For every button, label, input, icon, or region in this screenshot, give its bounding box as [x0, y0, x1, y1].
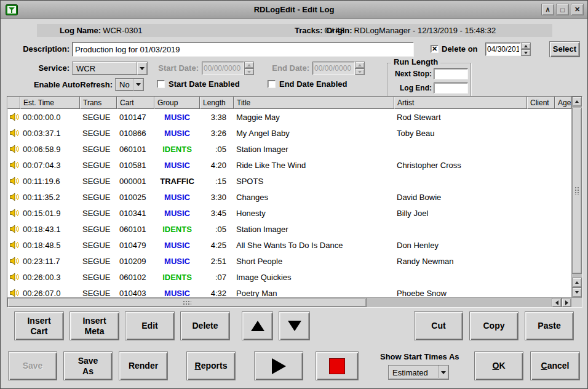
scroll-left-button[interactable]: [552, 298, 562, 307]
end-date-enabled-checkbox[interactable]: [268, 80, 276, 88]
log-table-row[interactable]: 00:23:11.7 SEGUE 010209 MUSIC 2:51 Short…: [7, 253, 571, 269]
insert-cart-button[interactable]: Insert Cart: [14, 311, 64, 340]
start-date-label: Start Date:: [142, 62, 199, 75]
move-up-button[interactable]: [242, 311, 273, 340]
start-date-enabled-checkbox[interactable]: [157, 80, 165, 88]
show-start-times-combo[interactable]: Estimated: [388, 365, 449, 380]
title-cell: Ride Like The Wind: [234, 157, 394, 173]
date-up-button[interactable]: [521, 42, 531, 49]
col-header-title[interactable]: Title: [234, 97, 394, 109]
col-header-age[interactable]: Age: [555, 97, 571, 109]
length-cell: 3:26: [200, 125, 234, 141]
scroll-down-button[interactable]: [572, 287, 582, 297]
artist-cell: [394, 269, 527, 285]
service-combo[interactable]: WCR: [72, 62, 148, 75]
scroll-up-button-bottom[interactable]: [572, 278, 582, 287]
scroll-right-button[interactable]: [562, 298, 571, 307]
paste-button[interactable]: Paste: [525, 311, 574, 340]
ok-button[interactable]: OK: [474, 351, 523, 380]
trans-cell: SEGUE: [80, 205, 117, 221]
log-table-row[interactable]: 00:15:01.9 SEGUE 010341 MUSIC 3:45 Hones…: [7, 205, 571, 221]
vertical-scroll-track[interactable]: [572, 106, 582, 278]
shade-button[interactable]: ∧: [541, 4, 554, 15]
log-table-row[interactable]: 00:11:35.2 SEGUE 010025 MUSIC 3:30 Chang…: [7, 189, 571, 205]
log-table-row[interactable]: 00:00:00.0 SEGUE 010147 MUSIC 3:38 Maggi…: [7, 109, 571, 125]
agency-cell: [555, 221, 571, 237]
col-header-icon[interactable]: [7, 97, 20, 109]
icon-cell: [7, 157, 20, 173]
scroll-up-button[interactable]: [572, 97, 582, 106]
log-table-row[interactable]: 00:07:04.3 SEGUE 010581 MUSIC 4:20 Ride …: [7, 157, 571, 173]
col-header-client[interactable]: Client: [527, 97, 555, 109]
cart-cell: 010866: [117, 125, 154, 141]
render-button[interactable]: Render: [119, 351, 168, 380]
log-table-row[interactable]: 00:26:00.3 SEGUE 060102 IDENTS :07 Image…: [7, 269, 571, 285]
titlebar[interactable]: RDLogEdit - Edit Log ∧ □ ✕: [1, 1, 587, 19]
origin-label: Origin:: [326, 26, 352, 35]
artist-cell: Phoebe Snow: [394, 285, 527, 297]
date-up-button: [244, 62, 254, 68]
col-header-artist[interactable]: Artist: [394, 97, 527, 109]
agency-cell: [555, 189, 571, 205]
delete-date-spinbox[interactable]: [485, 42, 531, 56]
artist-cell: Toby Beau: [394, 125, 527, 141]
edit-button[interactable]: Edit: [125, 311, 175, 340]
checkmark-icon: ✕: [432, 46, 437, 52]
icon-cell: [7, 141, 20, 157]
vertical-scroll-thumb[interactable]: [572, 108, 582, 274]
date-down-button[interactable]: [521, 49, 531, 56]
est-time-cell: 00:23:11.7: [20, 253, 80, 269]
cancel-button[interactable]: Cancel: [530, 351, 580, 380]
origin-value: RDLogManager - 12/13/2019 - 15:48:32: [354, 26, 496, 35]
stop-button[interactable]: [316, 351, 359, 380]
origin: Origin:RDLogManager - 12/13/2019 - 15:48…: [326, 24, 496, 37]
maximize-button[interactable]: □: [556, 4, 569, 15]
trans-cell: SEGUE: [80, 189, 117, 205]
speaker-icon: [9, 256, 19, 266]
log-table-row[interactable]: 00:26:07.0 SEGUE 010403 MUSIC 4:32 Poetr…: [7, 285, 571, 297]
log-table-row[interactable]: 00:18:43.1 SEGUE 060101 IDENTS :05 Stati…: [7, 221, 571, 237]
save-as-button[interactable]: Save As: [63, 351, 113, 380]
vertical-scrollbar[interactable]: [571, 97, 582, 297]
cart-cell: 010403: [117, 285, 154, 297]
horizontal-scrollbar[interactable]: [7, 297, 582, 307]
log-table-row[interactable]: 00:03:37.1 SEGUE 010866 MUSIC 3:26 My An…: [7, 125, 571, 141]
insert-meta-button[interactable]: Insert Meta: [70, 311, 119, 340]
log-table-row[interactable]: 00:11:19.6 SEGUE 000001 TRAFFIC :15 SPOT…: [7, 173, 571, 189]
trans-cell: SEGUE: [80, 285, 117, 297]
col-header-est-time[interactable]: Est. Time: [20, 97, 80, 109]
select-date-button[interactable]: Select: [549, 41, 580, 57]
client-cell: [527, 109, 555, 125]
log-table-row[interactable]: 00:06:58.9 SEGUE 060101 IDENTS :05 Stati…: [7, 141, 571, 157]
reports-button[interactable]: Reports: [186, 351, 236, 380]
cut-button[interactable]: Cut: [414, 311, 463, 340]
copy-button[interactable]: Copy: [469, 311, 518, 340]
speaker-icon: [9, 144, 19, 154]
delete-date-input[interactable]: [485, 42, 521, 56]
col-header-cart[interactable]: Cart: [117, 97, 154, 109]
horizontal-scroll-thumb[interactable]: [7, 298, 367, 307]
delete-on-checkbox[interactable]: ✕: [431, 45, 439, 53]
col-header-length[interactable]: Length: [200, 97, 234, 109]
client-cell: [527, 285, 555, 297]
icon-cell: [7, 173, 20, 189]
speaker-icon: [9, 128, 19, 138]
title-cell: All She Wants To Do Is Dance: [234, 237, 394, 253]
autorefresh-combo[interactable]: No: [115, 78, 144, 91]
length-cell: :05: [200, 141, 234, 157]
col-header-trans[interactable]: Trans: [80, 97, 117, 109]
title-cell: Image Quickies: [234, 269, 394, 285]
trans-cell: SEGUE: [80, 173, 117, 189]
description-input[interactable]: [72, 42, 414, 57]
log-table-row[interactable]: 00:18:48.5 SEGUE 010479 MUSIC 4:25 All S…: [7, 237, 571, 253]
play-button[interactable]: [254, 351, 303, 380]
client-cell: [527, 205, 555, 221]
agency-cell: [555, 205, 571, 221]
horizontal-scroll-track[interactable]: [7, 298, 552, 307]
cart-cell: 010209: [117, 253, 154, 269]
log-end-label: Log End:: [389, 83, 432, 94]
col-header-group[interactable]: Group: [154, 97, 200, 109]
delete-button[interactable]: Delete: [180, 311, 230, 340]
move-down-button[interactable]: [279, 311, 310, 340]
close-button[interactable]: ✕: [571, 4, 584, 15]
